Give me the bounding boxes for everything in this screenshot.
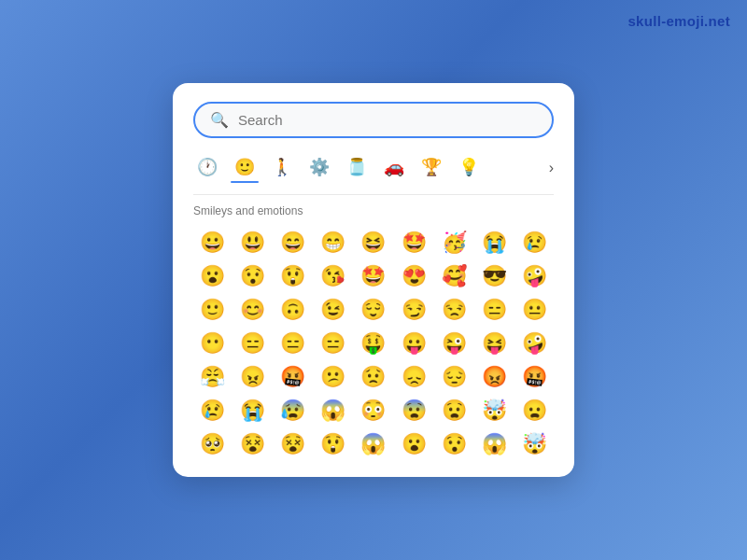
emoji-cell[interactable]: 😔 (435, 361, 473, 393)
emoji-cell[interactable]: 😨 (395, 395, 433, 427)
emoji-cell[interactable]: 🥺 (193, 428, 232, 460)
emoji-cell[interactable]: 😭 (475, 227, 514, 259)
tab-smileys[interactable]: 🙂 (231, 153, 259, 183)
emoji-grid: 😀😃😄😁😆🤩🥳😭😢😮😯😲😘🤩😍🥰😎🤪🙂😊🙃😉😌😏😒😑😐😶😑😑😑🤑😛😜😝🤪😤😠🤬😕… (193, 227, 554, 460)
emoji-cell[interactable]: 😲 (274, 260, 312, 292)
emoji-cell[interactable]: 😵 (233, 428, 272, 460)
emoji-cell[interactable]: 🙂 (193, 294, 232, 326)
emoji-cell[interactable]: 🤯 (475, 395, 514, 427)
emoji-cell[interactable]: 🤩 (354, 260, 392, 292)
tab-more-icon[interactable]: › (549, 160, 554, 176)
emoji-cell[interactable]: 🤬 (515, 361, 554, 393)
emoji-cell[interactable]: 😱 (354, 428, 392, 460)
tab-divider (193, 194, 554, 195)
emoji-cell[interactable]: 🤪 (515, 328, 554, 359)
category-tabs: 🕐 🙂 🚶 ⚙️ 🫙 🚗 🏆 💡 › (193, 153, 554, 190)
emoji-cell[interactable]: 😧 (435, 395, 473, 427)
emoji-cell[interactable]: 😛 (395, 328, 433, 359)
emoji-cell[interactable]: 🤯 (515, 428, 554, 460)
emoji-cell[interactable]: 😵 (274, 428, 312, 460)
emoji-cell[interactable]: 😀 (193, 227, 232, 259)
search-icon: 🔍 (210, 111, 229, 129)
emoji-cell[interactable]: 😑 (233, 328, 272, 359)
emoji-cell[interactable]: 😜 (435, 328, 473, 359)
emoji-cell[interactable]: 😱 (475, 428, 514, 460)
search-input[interactable] (238, 112, 537, 128)
emoji-cell[interactable]: 🥰 (435, 260, 473, 292)
emoji-cell[interactable]: 😍 (395, 260, 433, 292)
category-label: Smileys and emotions (193, 204, 554, 217)
emoji-cell[interactable]: 😘 (314, 260, 352, 292)
emoji-cell[interactable]: 🤩 (395, 227, 433, 259)
emoji-cell[interactable]: 🥳 (435, 227, 473, 259)
emoji-cell[interactable]: 😞 (395, 361, 433, 393)
emoji-cell[interactable]: 😒 (435, 294, 473, 326)
emoji-cell[interactable]: 😏 (395, 294, 433, 326)
emoji-cell[interactable]: 🤪 (515, 260, 554, 292)
emoji-cell[interactable]: 🤑 (354, 328, 392, 359)
emoji-cell[interactable]: 😑 (274, 328, 312, 359)
tab-recent[interactable]: 🕐 (193, 153, 221, 183)
emoji-cell[interactable]: 😉 (314, 294, 352, 326)
emoji-cell[interactable]: 😯 (233, 260, 272, 292)
emoji-cell[interactable]: 😭 (233, 395, 272, 427)
tab-travel[interactable]: 🚗 (380, 153, 408, 183)
tab-objects[interactable]: 🏆 (417, 153, 445, 183)
emoji-cell[interactable]: 😑 (314, 328, 352, 359)
emoji-cell[interactable]: 😢 (515, 227, 554, 259)
emoji-cell[interactable]: 😤 (193, 361, 232, 393)
tab-activities[interactable]: ⚙️ (305, 153, 333, 183)
emoji-cell[interactable]: 😎 (475, 260, 514, 292)
emoji-cell[interactable]: 🤬 (274, 361, 312, 393)
emoji-cell[interactable]: 🙃 (274, 294, 312, 326)
emoji-cell[interactable]: 😐 (515, 294, 554, 326)
emoji-cell[interactable]: 😁 (314, 227, 352, 259)
emoji-cell[interactable]: 😡 (475, 361, 514, 393)
emoji-cell[interactable]: 😦 (515, 395, 554, 427)
emoji-cell[interactable]: 😢 (193, 395, 232, 427)
emoji-cell[interactable]: 😳 (354, 395, 392, 427)
watermark-text: skull-emoji.net (627, 13, 730, 29)
emoji-cell[interactable]: 😌 (354, 294, 392, 326)
emoji-cell[interactable]: 😃 (233, 227, 272, 259)
emoji-cell[interactable]: 😆 (354, 227, 392, 259)
emoji-panel: 🔍 🕐 🙂 🚶 ⚙️ 🫙 🚗 🏆 💡 › Smileys and emotion… (173, 83, 574, 477)
emoji-cell[interactable]: 😶 (193, 328, 232, 359)
tab-people[interactable]: 🚶 (268, 153, 296, 183)
emoji-cell[interactable]: 😰 (274, 395, 312, 427)
tab-symbols[interactable]: 💡 (455, 153, 483, 183)
emoji-cell[interactable]: 😕 (314, 361, 352, 393)
emoji-cell[interactable]: 😱 (314, 395, 352, 427)
emoji-cell[interactable]: 😮 (193, 260, 232, 292)
emoji-cell[interactable]: 😑 (475, 294, 514, 326)
emoji-cell[interactable]: 😟 (354, 361, 392, 393)
emoji-cell[interactable]: 😯 (435, 428, 473, 460)
tab-food[interactable]: 🫙 (343, 153, 371, 183)
emoji-cell[interactable]: 😠 (233, 361, 272, 393)
emoji-cell[interactable]: 😲 (314, 428, 352, 460)
emoji-cell[interactable]: 😮 (395, 428, 433, 460)
emoji-cell[interactable]: 😄 (274, 227, 312, 259)
emoji-cell[interactable]: 😝 (475, 328, 514, 359)
emoji-cell[interactable]: 😊 (233, 294, 272, 326)
search-bar: 🔍 (193, 102, 554, 138)
